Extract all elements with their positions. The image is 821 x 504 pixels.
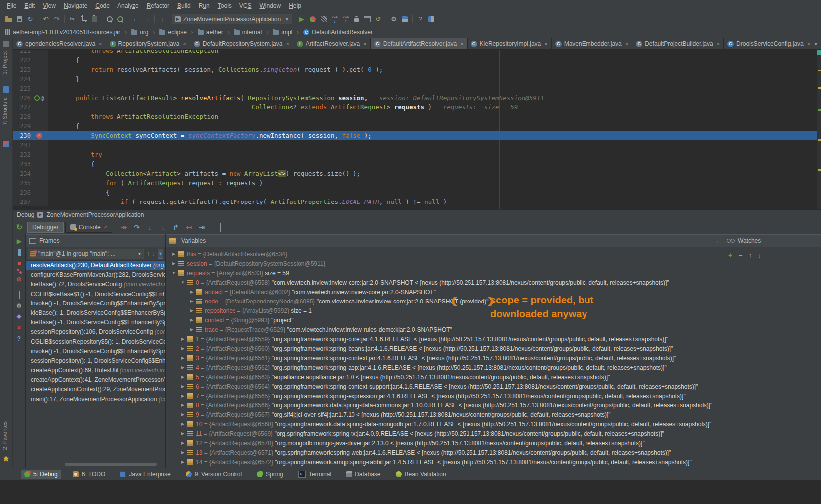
- toolwindow-button-terminal[interactable]: Terminal: [295, 470, 335, 479]
- close-icon[interactable]: ×: [99, 41, 102, 47]
- frames-row[interactable]: createApplicationContext():29, ZoneMovem…: [26, 385, 165, 394]
- editor-scrollbar[interactable]: [817, 50, 821, 209]
- tab-list-dropdown-icon[interactable]: ▾: [814, 40, 817, 47]
- favorites-star-icon[interactable]: [3, 455, 9, 462]
- menu-refactor[interactable]: Refactor: [143, 1, 173, 11]
- frames-row[interactable]: kieBase():-1, DroolsServiceConfig$$Enhan…: [26, 308, 165, 318]
- menu-build[interactable]: Build: [173, 1, 195, 11]
- sidebar-item-project[interactable]: 1: Project: [2, 51, 8, 74]
- menu-run[interactable]: Run: [195, 1, 214, 11]
- run-to-cursor-icon[interactable]: ⇥: [195, 223, 208, 231]
- close-icon[interactable]: ×: [460, 41, 463, 47]
- breadcrumb-item[interactable]: eclipse: [158, 29, 187, 36]
- breakpoint-icon[interactable]: ✓: [36, 133, 42, 139]
- frames-row[interactable]: createAppContext():41, ZoneMovementProce…: [26, 375, 165, 385]
- expand-icon[interactable]: ▶: [170, 261, 178, 266]
- breadcrumb-item[interactable]: org: [130, 29, 149, 36]
- synchronize-icon[interactable]: ↻: [25, 14, 36, 24]
- frames-row[interactable]: kieBase():72, DroolsServiceConfig (com.v…: [26, 280, 165, 289]
- open-icon[interactable]: [3, 14, 14, 24]
- menu-help[interactable]: Help: [285, 1, 305, 11]
- hide-tool-windows-icon[interactable]: [3, 41, 9, 47]
- expand-icon[interactable]: ▶: [179, 460, 187, 464]
- shelve-icon[interactable]: [351, 14, 362, 24]
- variables-row[interactable]: ▶node = {DefaultDependencyNode@6085} "co…: [166, 297, 723, 306]
- project-tool-icon[interactable]: [3, 86, 9, 93]
- code-editor[interactable]: 221 throws ArtifactResolutionException22…: [13, 50, 821, 209]
- frames-row[interactable]: CGLIB$kieBase$1():-1, DroolsServiceConfi…: [26, 290, 165, 299]
- paste-icon[interactable]: [89, 14, 100, 24]
- expand-icon[interactable]: ▶: [179, 365, 187, 370]
- vcs-update-icon[interactable]: [329, 14, 340, 24]
- forward-icon[interactable]: →: [141, 14, 152, 24]
- expand-icon[interactable]: ▶: [188, 290, 196, 294]
- settings-icon[interactable]: ⚙: [388, 14, 399, 24]
- editor-tab[interactable]: CMavenEmbedder.java×: [552, 38, 633, 49]
- compare-icon[interactable]: [157, 14, 168, 24]
- menu-vcs[interactable]: VCS: [235, 1, 256, 11]
- changes-icon[interactable]: [362, 14, 373, 24]
- changes-tool-icon[interactable]: [3, 141, 9, 147]
- close-icon[interactable]: ×: [807, 41, 810, 47]
- variables-options-icon[interactable]: →: [714, 238, 719, 244]
- debug-tab-console[interactable]: Console↗: [65, 222, 112, 233]
- profiler-icon[interactable]: [318, 14, 329, 24]
- override-marker-icon[interactable]: [34, 95, 40, 101]
- frames-row[interactable]: configureKBaseFromMavenJar():282, Drools…: [26, 270, 165, 280]
- expand-icon[interactable]: ▶: [170, 252, 178, 256]
- menu-view[interactable]: View: [39, 1, 60, 11]
- stop-icon[interactable]: ■: [17, 260, 21, 266]
- find-icon[interactable]: [104, 14, 115, 24]
- breadcrumb-item[interactable]: CDefaultArtifactResolver: [302, 29, 374, 36]
- show-execution-point-icon[interactable]: ↠: [117, 223, 130, 231]
- variables-row[interactable]: ▶11 = {ArtifactRequest@6569} "org.spring…: [166, 429, 723, 438]
- expand-icon[interactable]: ▶: [179, 346, 187, 351]
- toolwindow-button-5-debug[interactable]: 5: Debug: [21, 470, 61, 479]
- variables-row[interactable]: [166, 467, 723, 468]
- expand-icon[interactable]: ▶: [179, 356, 187, 360]
- collapse-icon[interactable]: ▼: [179, 280, 187, 285]
- variables-row[interactable]: ▶7 = {ArtifactRequest@6565} "org.springf…: [166, 391, 723, 401]
- breadcrumb-item[interactable]: aether-impl-1.0.0.v20140518-sources.jar: [4, 29, 121, 36]
- editor-tab[interactable]: CKieRepositoryImpl.java×: [468, 38, 552, 49]
- evaluate-expression-icon[interactable]: [214, 223, 227, 231]
- copy-icon[interactable]: [78, 14, 89, 24]
- variables-row[interactable]: ▶14 = {ArtifactRequest@6572} "org.spring…: [166, 457, 723, 467]
- expand-icon[interactable]: ▶: [188, 327, 196, 332]
- menu-code[interactable]: Code: [91, 1, 114, 11]
- frames-row[interactable]: sessionRepository():-1, DroolsServiceCon…: [26, 356, 165, 366]
- rollback-icon[interactable]: ↺: [373, 14, 384, 24]
- frame-up-icon[interactable]: ↑: [147, 250, 150, 257]
- frames-row[interactable]: invoke():-1, DroolsServiceConfig$$Enhanc…: [26, 299, 165, 308]
- save-all-icon[interactable]: [14, 14, 25, 24]
- expand-icon[interactable]: ▶: [188, 308, 196, 313]
- editor-tab[interactable]: CDefaultRepositorySystem.java×: [190, 38, 293, 49]
- toolwindow-button-java-enterprise[interactable]: Java Enterprise: [117, 470, 174, 479]
- editor-tab[interactable]: IRepositorySystem.java×: [106, 38, 190, 49]
- menu-analyze[interactable]: Analyze: [114, 1, 143, 11]
- help-icon[interactable]: ?: [415, 14, 426, 24]
- expand-icon[interactable]: ▶: [179, 431, 187, 436]
- menu-window[interactable]: Window: [255, 1, 285, 11]
- close-icon[interactable]: ×: [183, 41, 186, 47]
- frames-hscrollbar[interactable]: [65, 463, 157, 466]
- toolwindow-button-bean-validation[interactable]: Bean Validation: [392, 470, 450, 479]
- variables-row[interactable]: ▶context = {String@5993} "project": [166, 315, 723, 325]
- debug-tab-debugger[interactable]: Debugger: [27, 222, 64, 233]
- menu-tools[interactable]: Tools: [214, 1, 235, 11]
- expand-icon[interactable]: ▶: [179, 384, 187, 389]
- variables-row[interactable]: ▶repositories = {ArrayList@5992} size = …: [166, 306, 723, 315]
- toolwindow-button-spring[interactable]: Spring: [253, 470, 287, 479]
- toolwindow-button-9-version-control[interactable]: 9: Version Control: [182, 470, 245, 479]
- vcs-commit-icon[interactable]: [340, 14, 351, 24]
- project-structure-icon[interactable]: [399, 14, 410, 24]
- variables-row[interactable]: ▼requests = {ArrayList@6533} size = 59: [166, 268, 723, 278]
- close-icon[interactable]: ×: [544, 41, 547, 47]
- breadcrumb-item[interactable]: impl: [272, 29, 293, 36]
- variables-row[interactable]: ▶3 = {ArtifactRequest@6561} "org.springf…: [166, 353, 723, 363]
- sidebar-item-favorites[interactable]: 2: Favorites: [2, 421, 8, 450]
- frames-row[interactable]: sessionRepository():106, DroolsServiceCo…: [26, 327, 165, 337]
- close-icon[interactable]: ×: [625, 41, 628, 47]
- expand-icon[interactable]: ▶: [179, 412, 187, 417]
- variables-row[interactable]: ▶trace = {RequestTrace@6529} "com.viewte…: [166, 325, 723, 334]
